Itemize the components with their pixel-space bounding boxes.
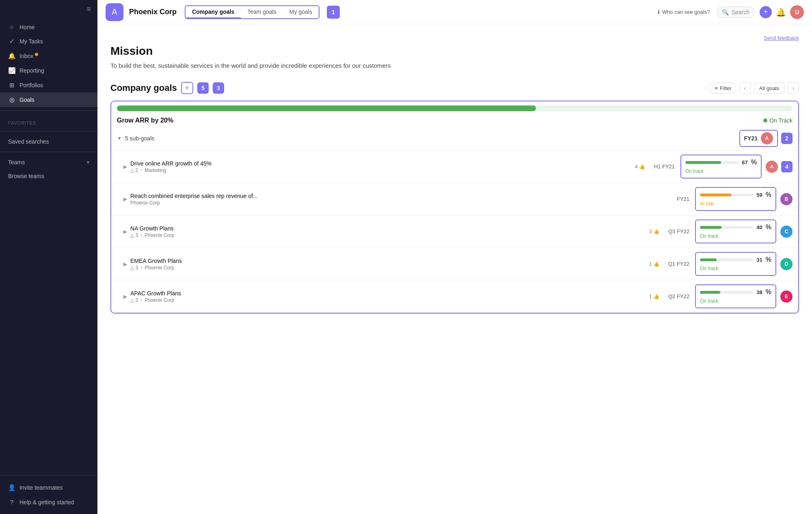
subgoal-owner: Phoenix Corp — [130, 200, 160, 206]
filter-button[interactable]: ≡ Filter — [710, 83, 736, 94]
user-avatar[interactable]: U — [790, 5, 804, 19]
sidebar-item-inbox[interactable]: 🔔 Inbox — [0, 49, 97, 63]
sidebar-item-label: Home — [19, 24, 35, 30]
sidebar-nav: ○ Home ✓ My Tasks 🔔 Inbox 📈 Reporting ⊞ … — [0, 18, 97, 475]
subgoal-progress: 59 % At risk — [695, 187, 776, 211]
all-goals-button[interactable]: All goals — [754, 83, 784, 94]
main-area: A Phoenix Corp Company goals Team goals … — [97, 0, 812, 514]
progress-pct: 38 — [756, 289, 762, 295]
expand-icon[interactable]: ▶ — [123, 164, 127, 170]
chevron-down-icon: ▾ — [87, 159, 89, 165]
subgoal-period: Q3 FY22 — [668, 228, 689, 234]
subgoal-avatar: C — [780, 226, 793, 238]
status-label: On track — [700, 233, 718, 239]
invite-icon: 👤 — [8, 484, 15, 491]
mission-text: To build the best, sustainable services … — [110, 61, 395, 71]
sidebar-item-my-tasks[interactable]: ✓ My Tasks — [0, 34, 97, 49]
filter-icon: ≡ — [715, 85, 718, 91]
content-area: Send feedback Mission To build the best,… — [97, 24, 812, 514]
status-dot — [763, 118, 767, 123]
sidebar: ≡ ○ Home ✓ My Tasks 🔔 Inbox 📈 Reporting … — [0, 0, 97, 514]
expand-icon[interactable]: ▶ — [123, 261, 127, 267]
subgoal-avatar: A — [766, 161, 778, 173]
header-tabs: Company goals Team goals My goals — [185, 5, 320, 19]
invite-teammates-button[interactable]: 👤 Invite teammates — [0, 480, 97, 495]
warning-count: △ 3 — [130, 265, 138, 271]
sidebar-item-goals[interactable]: ◎ Goals — [0, 92, 97, 107]
expand-icon[interactable]: ▶ — [123, 229, 127, 234]
help-icon: ? — [8, 499, 15, 505]
sidebar-item-portfolios[interactable]: ⊞ Portfolios — [0, 78, 97, 92]
subgoal-owner: Phoenix Corp — [145, 265, 174, 271]
like-count: 1 👍 — [649, 261, 659, 267]
expand-icon[interactable]: ▼ — [117, 135, 122, 141]
on-track-badge: On Track — [763, 117, 793, 124]
like-count: 3 👍 — [649, 229, 659, 234]
subgoals-label: 5 sub-goals — [125, 135, 154, 142]
sidebar-item-browse-teams[interactable]: Browse teams — [0, 169, 97, 183]
tab-my-goals[interactable]: My goals — [283, 6, 319, 18]
help-label: Help & getting started — [19, 499, 74, 505]
sidebar-divider-2 — [0, 131, 97, 131]
sidebar-toggle-icon[interactable]: ≡ — [86, 5, 91, 13]
subgoal-progress: 38 % On track — [695, 284, 776, 308]
fy-text: FY21 — [744, 135, 758, 142]
subgoal-period: H1 FY21 — [654, 163, 675, 170]
inbox-badge — [35, 53, 38, 56]
sidebar-item-label: Reporting — [19, 67, 44, 74]
tab-team-goals[interactable]: Team goals — [241, 6, 283, 18]
goals-count-badge: 5 — [197, 82, 209, 94]
status-label: On track — [700, 298, 718, 304]
subgoal-name: NA Growth Plans — [130, 225, 646, 232]
tab-company-goals[interactable]: Company goals — [186, 6, 241, 18]
progress-fill — [117, 105, 536, 111]
who-can-see-button[interactable]: ℹ Who can see goals? — [658, 9, 710, 15]
help-button[interactable]: ? Help & getting started — [0, 495, 97, 509]
progress-track — [117, 105, 793, 111]
subgoal-name: Reach combined enterprise sales rep reve… — [130, 193, 671, 199]
sidebar-item-label: Inbox — [19, 53, 33, 59]
feedback-area: Send feedback — [110, 34, 799, 41]
add-goal-button[interactable]: + — [181, 82, 193, 94]
notification-icon[interactable]: 🔔 — [776, 7, 786, 17]
inbox-icon: 🔔 — [8, 52, 15, 60]
subgoal-period: Q1 FY22 — [668, 261, 689, 267]
home-icon: ○ — [8, 24, 15, 30]
header: A Phoenix Corp Company goals Team goals … — [97, 0, 812, 24]
company-logo-text: A — [112, 7, 117, 17]
add-button[interactable]: + — [760, 6, 772, 18]
sidebar-item-reporting[interactable]: 📈 Reporting — [0, 63, 97, 78]
progress-pct: 59 — [756, 192, 762, 198]
prev-arrow-button[interactable]: ‹ — [739, 82, 751, 94]
send-feedback-link[interactable]: Send feedback — [764, 35, 799, 41]
like-count: 4 👍 — [635, 164, 645, 170]
info-icon: ℹ — [658, 9, 660, 15]
subgoal-rows: ▶ Drive online ARR growth of 45% △ 2 • M… — [111, 150, 798, 313]
search-bar[interactable]: 🔍 Search — [717, 6, 755, 18]
sidebar-item-label: Portfolios — [19, 82, 43, 88]
step-badge-3: 3 — [213, 82, 224, 94]
next-arrow-button[interactable]: › — [788, 82, 799, 94]
expand-icon[interactable]: ▶ — [123, 294, 127, 299]
main-goal-card: Grow ARR by 20% On Track ▼ 5 sub-goals F… — [110, 101, 799, 314]
section-title: Company goals — [110, 83, 177, 93]
subgoal-avatar: E — [780, 290, 793, 303]
sidebar-item-saved-searches[interactable]: Saved searches — [0, 135, 97, 148]
step-badge-2: 2 — [781, 133, 793, 144]
step-badge-4: 4 — [781, 161, 793, 172]
sidebar-bottom: 👤 Invite teammates ? Help & getting star… — [0, 475, 97, 514]
sidebar-item-home[interactable]: ○ Home — [0, 20, 97, 34]
sidebar-item-teams[interactable]: Teams ▾ — [0, 155, 97, 169]
subgoal-owner: Phoenix Corp — [145, 297, 174, 303]
sidebar-divider-3 — [0, 152, 97, 152]
mission-title: Mission — [110, 45, 799, 58]
progress-pct: 40 — [756, 224, 762, 230]
expand-icon[interactable]: ▶ — [123, 196, 127, 202]
subgoal-name: EMEA Growth Plans — [130, 258, 646, 264]
sidebar-item-label: My Tasks — [19, 38, 43, 45]
sidebar-item-label: Goals — [19, 97, 35, 103]
subgoal-owner: Phoenix Corp — [145, 232, 174, 238]
teams-label: Teams — [8, 159, 25, 166]
subgoal-name: Drive online ARR growth of 45% — [130, 160, 632, 167]
subgoal-owner: Marketing — [145, 168, 166, 173]
